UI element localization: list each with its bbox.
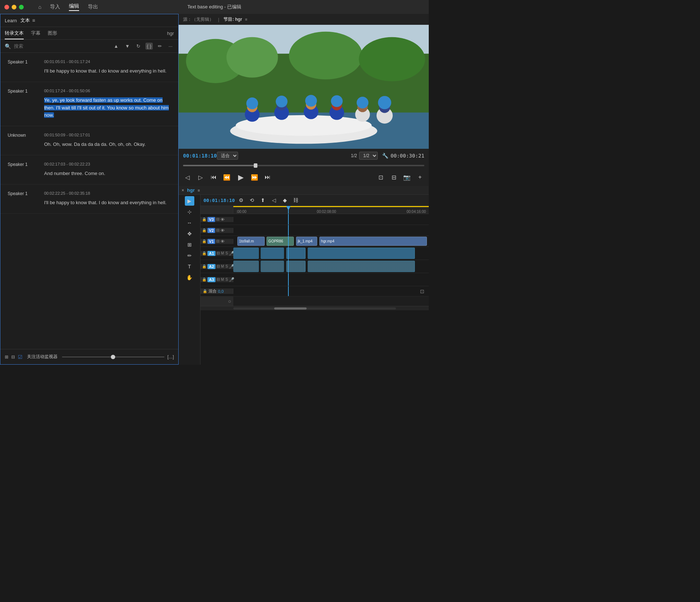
snap-icon[interactable]: ⚙ xyxy=(237,196,245,204)
list-view-icon[interactable]: ⊟ xyxy=(11,354,15,360)
audio-clip-a1-4[interactable] xyxy=(308,248,415,259)
nav-down-icon[interactable]: ▼ xyxy=(124,43,131,50)
audio-clip-a1-3[interactable] xyxy=(286,248,306,259)
audio-clip-a1-2[interactable] xyxy=(261,248,284,259)
a2-mute-button[interactable]: M xyxy=(221,264,224,268)
mix-lock-icon[interactable]: 🔒 xyxy=(203,289,207,293)
clip-gopr86[interactable]: GOPR86 xyxy=(267,237,294,246)
audio-clip-a2-2[interactable] xyxy=(261,261,284,272)
audio-clip-a2-1[interactable] xyxy=(233,261,259,272)
add-track-icon[interactable]: ○ xyxy=(228,298,231,304)
nav-import[interactable]: 导入 xyxy=(50,4,60,10)
timeline-menu-icon[interactable]: ≡ xyxy=(198,188,200,193)
grid-view-icon[interactable]: ⊞ xyxy=(5,354,8,360)
pen-tool[interactable]: ✏ xyxy=(185,251,194,260)
timeline-close-icon[interactable]: × xyxy=(182,188,184,193)
a1-sync-icon[interactable]: ⊟ xyxy=(217,251,220,256)
follow-checkbox[interactable]: ☑ xyxy=(18,354,23,360)
speed-slider[interactable] xyxy=(62,357,164,357)
scrubber[interactable] xyxy=(183,162,424,169)
clip-hgrmp4[interactable]: hgr.mp4 xyxy=(319,237,427,246)
hand-drag-tool[interactable]: ✋ xyxy=(185,273,194,282)
a3-sync-icon[interactable]: ⊟ xyxy=(217,277,220,282)
v2-eye-icon[interactable]: 👁 xyxy=(221,228,225,233)
a3-mute-button[interactable]: M xyxy=(221,277,224,281)
scrollbar-thumb[interactable] xyxy=(274,307,307,310)
type-tool[interactable]: T xyxy=(185,262,194,271)
a3-content[interactable] xyxy=(233,273,429,286)
maximize-button[interactable] xyxy=(19,5,24,9)
out-marker-button[interactable]: ▷ xyxy=(196,173,205,182)
play-button[interactable]: ▶ xyxy=(236,172,246,182)
slip-tool[interactable]: ⊞ xyxy=(185,240,194,249)
fit-selector[interactable]: 适合 xyxy=(217,152,238,160)
nav-up-icon[interactable]: ▲ xyxy=(112,43,120,50)
a2-content[interactable] xyxy=(233,260,429,273)
select-tool[interactable]: ▶ xyxy=(185,196,194,206)
v2-lock-icon[interactable]: 🔒 xyxy=(202,228,206,232)
forward-to-out-button[interactable]: ⏭ xyxy=(263,173,272,182)
minimize-button[interactable] xyxy=(12,5,16,9)
a2-lock-icon[interactable]: 🔒 xyxy=(202,264,206,268)
a1-content[interactable] xyxy=(233,247,429,260)
program-menu-icon[interactable]: ≡ xyxy=(245,17,247,22)
extract-button[interactable]: ⊟ xyxy=(389,173,398,182)
v3-lock-icon[interactable]: 🔒 xyxy=(202,217,206,221)
camera-icon[interactable]: 📷 xyxy=(402,173,411,182)
ratio-selector[interactable]: 1/2 xyxy=(359,152,378,160)
edit-pen-icon[interactable]: ✏ xyxy=(156,43,163,50)
audio-clip-a2-3[interactable] xyxy=(286,261,306,272)
close-button[interactable] xyxy=(4,5,9,9)
a1-solo-button[interactable]: S xyxy=(225,251,228,255)
panel-menu-icon[interactable]: ≡ xyxy=(32,18,35,23)
lift-icon[interactable]: ⬆ xyxy=(259,196,267,204)
more-options-icon[interactable]: ··· xyxy=(167,43,174,50)
lift-button[interactable]: ⊡ xyxy=(376,173,385,182)
marker-icon[interactable]: ◆ xyxy=(281,196,289,204)
ripple-tool[interactable]: ↔ xyxy=(185,218,194,228)
back-to-in-button[interactable]: ⏮ xyxy=(209,173,218,182)
step-forward-button[interactable]: ⏩ xyxy=(250,173,259,182)
v1-sync-icon[interactable]: ⊟ xyxy=(216,239,219,244)
code-view-icon[interactable]: { } xyxy=(145,43,153,50)
add-button[interactable]: + xyxy=(416,173,424,182)
link-icon[interactable]: ⛓ xyxy=(292,196,300,204)
hand-tool[interactable]: ✥ xyxy=(185,229,194,238)
a3-solo-button[interactable]: S xyxy=(225,277,228,281)
v3-eye-icon[interactable]: 👁 xyxy=(221,217,225,222)
a2-sync-icon[interactable]: ⊟ xyxy=(217,264,220,269)
refresh-icon[interactable]: ↻ xyxy=(135,43,142,50)
nav-export[interactable]: 导出 xyxy=(88,4,98,10)
tab-subtitles[interactable]: 字幕 xyxy=(31,27,40,39)
search-input[interactable] xyxy=(14,43,109,49)
track-a1-label: 🔒 A1 ⊟ M S 🎤 xyxy=(201,251,233,256)
mix-expand-icon[interactable]: ⊡ xyxy=(420,288,424,294)
nav-home[interactable]: ⌂ xyxy=(38,4,41,10)
a2-solo-button[interactable]: S xyxy=(225,264,228,268)
step-back-button[interactable]: ⏪ xyxy=(222,173,231,182)
ellipsis-button[interactable]: [...] xyxy=(167,354,174,360)
v1-lock-icon[interactable]: 🔒 xyxy=(202,239,206,243)
razor-tool[interactable]: ⊹ xyxy=(185,207,194,217)
v3-sync-icon[interactable]: ⊟ xyxy=(216,217,219,222)
in-marker-button[interactable]: ◁ xyxy=(183,173,192,182)
a3-lock-icon[interactable]: 🔒 xyxy=(202,277,206,281)
clip-1to9all[interactable]: 1to9all.m xyxy=(237,237,265,246)
wrench-icon[interactable]: 🔧 xyxy=(382,153,388,159)
a1-lock-icon[interactable]: 🔒 xyxy=(202,251,206,255)
scrubber-thumb[interactable] xyxy=(254,163,257,168)
a1-mute-button[interactable]: M xyxy=(221,251,224,255)
audio-clip-a2-4[interactable] xyxy=(308,261,415,272)
clip-jk1[interactable]: jk_1.mp4 xyxy=(296,237,318,246)
tab-graphics[interactable]: 图形 xyxy=(48,27,57,39)
v1-content[interactable]: 1to9all.m GOPR86 jk_1.mp4 hgr.mp4 xyxy=(233,236,429,246)
v2-sync-icon[interactable]: ⊟ xyxy=(216,228,219,233)
insert-icon[interactable]: ⟲ xyxy=(248,196,256,204)
v1-eye-icon[interactable]: 👁 xyxy=(221,239,225,244)
tab-transcript[interactable]: 转录文本 xyxy=(5,27,24,39)
audio-clip-a1-1[interactable] xyxy=(233,248,259,259)
timeline-scrollbar[interactable] xyxy=(201,306,429,310)
nav-edit[interactable]: 编辑 xyxy=(69,3,79,11)
in-point-icon[interactable]: ◁ xyxy=(270,196,278,204)
program-label: 节目: hgr xyxy=(223,16,242,23)
